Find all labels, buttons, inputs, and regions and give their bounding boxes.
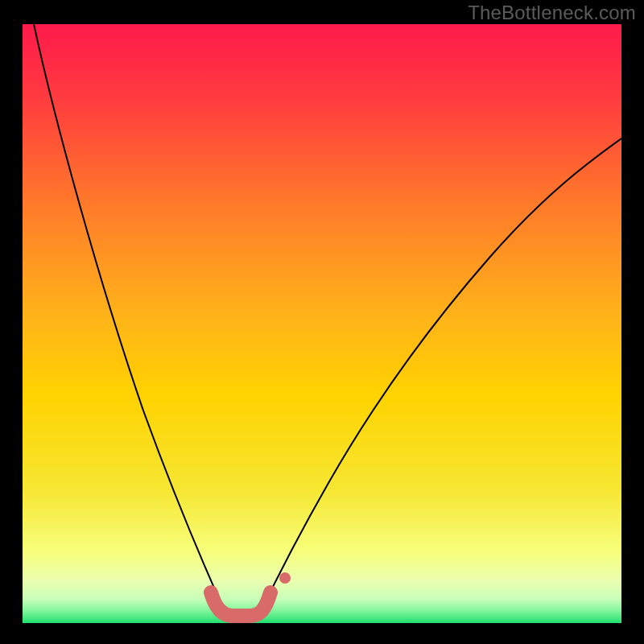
isolated-dot [279, 572, 291, 584]
watermark-text: TheBottleneck.com [468, 2, 636, 24]
plot-area [23, 24, 621, 623]
gradient-background [23, 24, 621, 623]
chart-stage: TheBottleneck.com [0, 0, 644, 644]
plot-svg [23, 24, 621, 623]
